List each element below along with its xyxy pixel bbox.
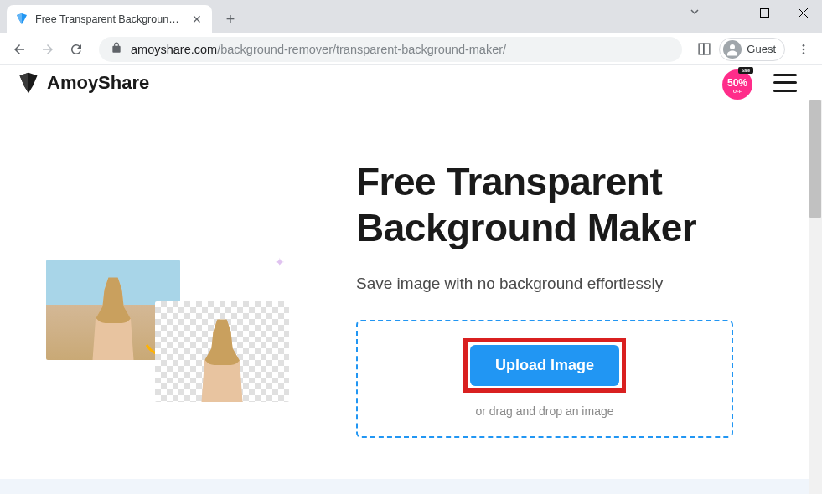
tab-favicon-icon — [15, 13, 28, 26]
drag-drop-text: or drag and drop an image — [358, 404, 732, 418]
svg-point-9 — [803, 52, 805, 54]
new-tab-button[interactable]: + — [219, 8, 242, 31]
site-logo[interactable]: AmoyShare — [17, 71, 149, 95]
svg-text:50%: 50% — [727, 77, 747, 89]
reload-button[interactable] — [64, 37, 89, 62]
close-window-button[interactable] — [783, 0, 822, 25]
page-content: ✦ ✦ Free Transparent Background Maker Sa… — [0, 100, 822, 494]
hero-illustration: ✦ ✦ — [46, 260, 323, 494]
upload-highlight: Upload Image — [463, 338, 626, 393]
logo-mark-icon — [17, 71, 40, 95]
upload-dropzone[interactable]: Upload Image or drag and drop an image — [356, 320, 733, 438]
forward-button[interactable] — [35, 37, 60, 62]
menu-button[interactable] — [773, 74, 797, 92]
scrollbar-thumb[interactable] — [809, 100, 821, 218]
address-bar[interactable]: amoyshare.com/background-remover/transpa… — [99, 37, 682, 62]
sample-transparent-image — [155, 301, 289, 402]
sale-badge[interactable]: Sale 50% OFF — [720, 65, 755, 100]
scrollbar[interactable] — [809, 100, 822, 494]
minimize-button[interactable] — [706, 0, 745, 25]
browser-menu-icon[interactable] — [792, 38, 815, 61]
logo-text: AmoyShare — [47, 72, 149, 94]
svg-rect-4 — [699, 44, 704, 54]
browser-titlebar: Free Transparent Background M ✕ + — [0, 0, 822, 33]
profile-button[interactable]: Guest — [719, 38, 785, 61]
svg-rect-5 — [704, 44, 710, 54]
svg-text:OFF: OFF — [733, 89, 742, 94]
avatar-icon — [723, 40, 742, 59]
profile-label: Guest — [747, 43, 776, 55]
browser-toolbar: amoyshare.com/background-remover/transpa… — [0, 33, 822, 65]
url-text: amoyshare.com/background-remover/transpa… — [131, 43, 506, 56]
svg-point-6 — [730, 44, 735, 49]
section-divider — [0, 479, 809, 494]
tab-search-icon[interactable] — [689, 6, 701, 21]
page-heading: Free Transparent Background Maker — [356, 159, 784, 251]
tab-title: Free Transparent Background M — [35, 13, 184, 25]
back-button[interactable] — [7, 37, 32, 62]
reading-list-icon[interactable] — [692, 38, 716, 61]
page-subheading: Save image with no background effortless… — [356, 275, 784, 293]
svg-rect-1 — [760, 8, 768, 17]
window-controls — [706, 0, 822, 25]
browser-tab[interactable]: Free Transparent Background M ✕ — [7, 5, 212, 33]
sparkle-icon: ✦ — [275, 255, 285, 269]
lock-icon — [111, 42, 122, 56]
svg-point-7 — [803, 44, 805, 47]
upload-button[interactable]: Upload Image — [470, 345, 619, 386]
site-header: AmoyShare Sale 50% OFF — [0, 65, 822, 100]
svg-text:Sale: Sale — [742, 68, 751, 73]
maximize-button[interactable] — [745, 0, 783, 25]
svg-point-8 — [803, 48, 805, 50]
tab-close-icon[interactable]: ✕ — [190, 13, 204, 26]
